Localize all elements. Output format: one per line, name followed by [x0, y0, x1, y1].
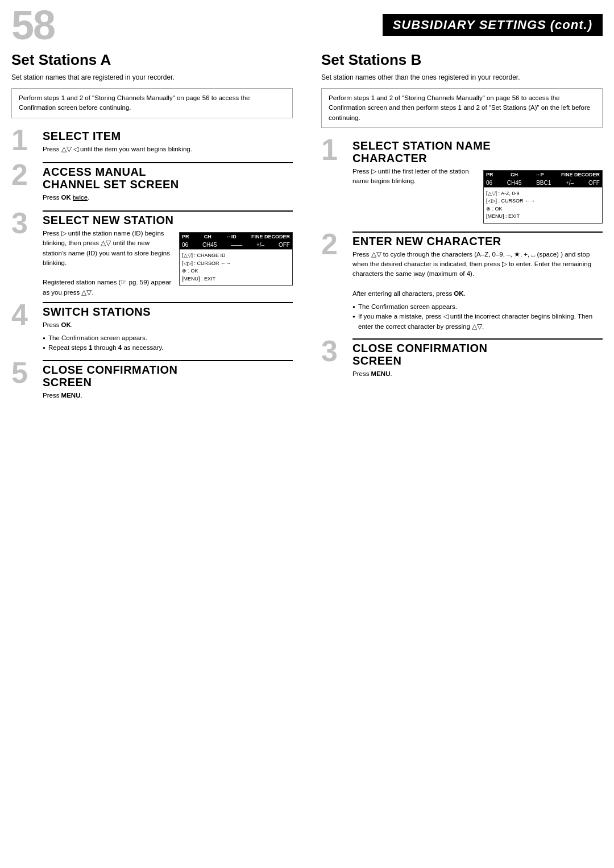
right-step-2-content: ENTER NEW CHARACTER Press △▽ to cycle th…	[352, 229, 603, 334]
right-step-2: 2 ENTER NEW CHARACTER Press △▽ to cycle …	[321, 229, 603, 334]
left-step-3: 3 SELECT NEW STATION Press ▷ until the s…	[11, 208, 293, 297]
step-3-number: 3	[11, 208, 43, 238]
step-1-content: SELECT ITEM Press △▽ ◁ until the item yo…	[43, 125, 293, 158]
right-diagram-header: PRCH↔PFINE DECODER	[484, 171, 602, 179]
right-step-1-diagram: PRCH↔PFINE DECODER 06CH45BBC1+/–OFF [△▽]…	[483, 167, 603, 227]
right-diagram-legend: [△▽] : A-Z, 0-9 [◁▷] : CURSOR ←→ ⊗ : OK …	[484, 188, 602, 223]
page-number: 58	[11, 5, 55, 46]
step-2-desc: Press OK twice.	[43, 193, 293, 202]
left-section-desc: Set station names that are registered in…	[11, 72, 293, 82]
right-column: Set Stations B Set station names other t…	[316, 46, 603, 406]
step-1-desc: Press △▽ ◁ until the item you want begin…	[43, 144, 293, 154]
step-3-diagram: PRCH↔IDFINE DECODER 06CH45——+/–OFF [△▽] …	[179, 229, 293, 297]
diagram-selected-row: 06CH45——+/–OFF	[180, 241, 292, 250]
step-4-desc: Press OK.	[43, 320, 293, 330]
diagram-header: PRCH↔IDFINE DECODER	[180, 233, 292, 241]
right-step-2-bullets: The Confirmation screen appears. If you …	[352, 302, 603, 332]
left-step-1: 1 SELECT ITEM Press △▽ ◁ until the item …	[11, 125, 293, 158]
step-2-content: ACCESS MANUALCHANNEL SET SCREEN Press OK…	[43, 160, 293, 206]
step-3-desc: Press ▷ until the station name (ID) begi…	[43, 229, 173, 297]
main-content: Set Stations A Set station names that ar…	[0, 46, 614, 406]
page-header: 58 SUBSIDIARY SETTINGS (cont.)	[0, 0, 614, 46]
step-1-title: SELECT ITEM	[43, 127, 293, 142]
left-step-2: 2 ACCESS MANUALCHANNEL SET SCREEN Press …	[11, 160, 293, 206]
right-step-2-bullet-2: If you make a mistake, press ◁ until the…	[352, 312, 603, 332]
step-3-content: SELECT NEW STATION Press ▷ until the sta…	[43, 208, 293, 297]
left-column: Set Stations A Set station names that ar…	[11, 46, 298, 406]
step-1-number: 1	[11, 125, 43, 155]
right-diagram-selected-row: 06CH45BBC1+/–OFF	[484, 179, 602, 188]
left-section-title: Set Stations A	[11, 51, 293, 69]
right-step-2-bullet-1: The Confirmation screen appears.	[352, 302, 603, 312]
right-step-2-title: ENTER NEW CHARACTER	[352, 232, 603, 247]
right-step-1-title: SELECT STATION NAMECHARACTER	[352, 137, 603, 164]
step-2-number: 2	[11, 160, 43, 189]
step-5-number: 5	[11, 358, 43, 387]
step-2-title: ACCESS MANUALCHANNEL SET SCREEN	[43, 162, 293, 191]
step-4-title: SWITCH STATIONS	[43, 302, 293, 318]
right-step-1: 1 SELECT STATION NAMECHARACTER Press ▷ u…	[321, 135, 603, 227]
right-step-3-content: CLOSE CONFIRMATIONSCREEN Press MENU.	[352, 336, 603, 382]
left-steps-box: Perform steps 1 and 2 of "Storing Channe…	[11, 88, 293, 118]
header-title: SUBSIDIARY SETTINGS (cont.)	[383, 14, 603, 36]
right-step-3: 3 CLOSE CONFIRMATIONSCREEN Press MENU.	[321, 336, 603, 382]
right-steps-box: Perform steps 1 and 2 of "Storing Channe…	[321, 88, 603, 128]
right-section-title: Set Stations B	[321, 51, 603, 69]
right-step-3-desc: Press MENU.	[352, 369, 603, 379]
step-5-content: CLOSE CONFIRMATIONSCREEN Press MENU.	[43, 358, 293, 404]
step-4-content: SWITCH STATIONS Press OK. The Confirmati…	[43, 300, 293, 356]
step-3-title: SELECT NEW STATION	[43, 210, 293, 226]
step-4-bullet-2: Repeat steps 1 through 4 as necessary.	[43, 343, 293, 353]
step-4-bullet-1: The Confirmation screen appears.	[43, 333, 293, 343]
left-step-4: 4 SWITCH STATIONS Press OK. The Confirma…	[11, 300, 293, 356]
right-step-1-content: SELECT STATION NAMECHARACTER Press ▷ unt…	[352, 135, 603, 227]
right-step-1-number: 1	[321, 135, 352, 164]
step-5-title: CLOSE CONFIRMATIONSCREEN	[43, 360, 293, 388]
right-step-3-number: 3	[321, 336, 352, 366]
right-step-2-desc: Press △▽ to cycle through the characters…	[352, 250, 603, 299]
right-section-desc: Set station names other than the ones re…	[321, 72, 603, 82]
left-step-5: 5 CLOSE CONFIRMATIONSCREEN Press MENU.	[11, 358, 293, 404]
diagram-legend: [△▽] : CHANGE ID [◁▷] : CURSOR ←→ ⊗ : OK…	[180, 250, 292, 285]
right-step-3-title: CLOSE CONFIRMATIONSCREEN	[352, 338, 603, 367]
step-4-number: 4	[11, 300, 43, 329]
right-step-1-desc: Press ▷ until the first letter of the st…	[352, 167, 478, 227]
step-5-desc: Press MENU.	[43, 391, 293, 400]
right-step-2-number: 2	[321, 229, 352, 259]
step-4-bullets: The Confirmation screen appears. Repeat …	[43, 333, 293, 353]
